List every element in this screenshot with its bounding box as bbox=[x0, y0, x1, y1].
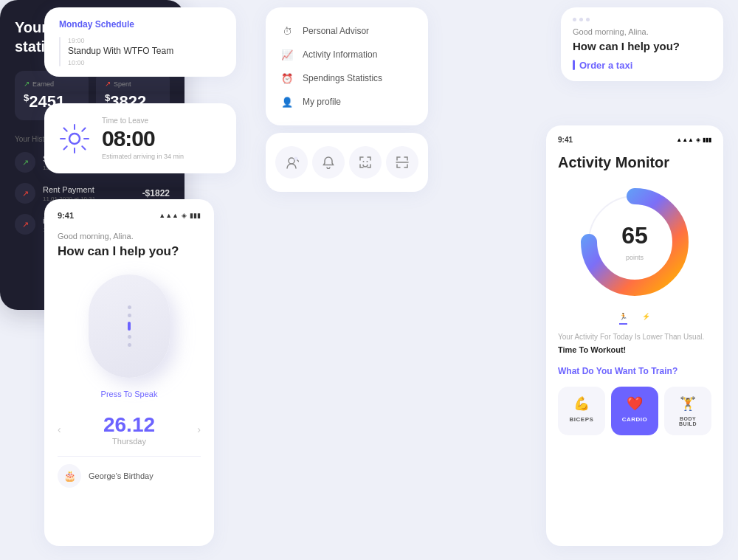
time-leave-label: Time to Leave bbox=[102, 117, 184, 125]
points-value: 65 bbox=[621, 222, 648, 249]
menu-card: ⏱ Personal Advisor 📈 Activity Informatio… bbox=[266, 7, 428, 125]
activity-tabs: 🏃 ⚡ bbox=[558, 313, 711, 325]
menu-label-advisor: Personal Advisor bbox=[303, 26, 369, 36]
status-icons: ▲▲▲ ◈ ▮▮▮ bbox=[159, 212, 201, 219]
oval-dot-1 bbox=[128, 305, 131, 309]
svg-point-8 bbox=[69, 134, 80, 144]
phone-status-bar: 9:41 ▲▲▲ ◈ ▮▮▮ bbox=[58, 211, 201, 220]
date-value: 26.12 bbox=[103, 413, 155, 437]
biceps-icon: 💪 bbox=[573, 395, 590, 412]
sun-icon bbox=[59, 123, 90, 154]
birthday-row: 🎂 George's Birthday bbox=[58, 456, 201, 488]
train-section-title: What Do You Want To Train? bbox=[558, 366, 711, 376]
birthday-text: George's Birthday bbox=[89, 471, 154, 480]
workout-body[interactable]: 🏋️ BODYBUILD bbox=[664, 387, 711, 435]
history-icon-3: ↗ bbox=[15, 214, 35, 235]
svg-line-6 bbox=[82, 128, 85, 131]
activity-title: Activity Monitor bbox=[558, 154, 711, 171]
oval-accent bbox=[128, 322, 131, 331]
body-icon: 🏋️ bbox=[680, 395, 696, 412]
svg-line-11 bbox=[297, 160, 299, 162]
activity-time: 9:41 bbox=[558, 136, 573, 144]
tab-running[interactable]: 🏃 bbox=[619, 313, 627, 325]
voice-oval[interactable] bbox=[89, 274, 170, 378]
activity-icon: 📈 bbox=[280, 48, 294, 61]
history-name-2: Rent Payment bbox=[43, 185, 135, 194]
birthday-icon: 🎂 bbox=[58, 464, 81, 488]
battery-icon-activity: ▮▮▮ bbox=[703, 136, 711, 143]
donut-center: 65 points bbox=[621, 222, 648, 263]
bubble-dots bbox=[573, 18, 711, 21]
spendings-icon: ⏰ bbox=[280, 72, 294, 85]
bell-icon[interactable] bbox=[312, 146, 345, 179]
history-icon-1: ↗ bbox=[15, 152, 35, 173]
tab-lightning[interactable]: ⚡ bbox=[642, 313, 650, 325]
wifi-icon: ◈ bbox=[182, 212, 187, 219]
menu-item-activity[interactable]: 📈 Activity Information bbox=[280, 43, 413, 66]
cardio-label: CARDIO bbox=[622, 416, 648, 423]
advisor-icon: ⏱ bbox=[280, 24, 294, 38]
workout-cardio[interactable]: ❤️ CARDIO bbox=[611, 387, 658, 435]
phone-left-card: 9:41 ▲▲▲ ◈ ▮▮▮ Good morning, Alina. How … bbox=[44, 199, 214, 546]
signal-bars-icon: ▲▲▲ bbox=[676, 136, 694, 143]
svg-line-4 bbox=[64, 128, 67, 131]
workout-biceps[interactable]: 💪 BICEPS bbox=[558, 387, 605, 435]
body-label: BODYBUILD bbox=[679, 416, 697, 426]
earned-arrow-icon: ↗ bbox=[24, 80, 30, 88]
time-label-2: 10:00 bbox=[68, 59, 173, 66]
date-display: 26.12 Thursday bbox=[103, 413, 155, 446]
person-search-icon[interactable] bbox=[275, 146, 308, 179]
biceps-label: BICEPS bbox=[570, 416, 594, 423]
taxi-bar-icon bbox=[573, 60, 575, 70]
meeting-title: Standup With WTFO Team bbox=[68, 46, 173, 56]
phone-greeting: Good morning, Alina. bbox=[58, 232, 201, 241]
activity-desc: Your Activity For Today Is Lower Than Us… bbox=[558, 332, 711, 342]
oval-dot-4 bbox=[128, 343, 131, 347]
profile-icon: 👤 bbox=[280, 95, 294, 108]
press-speak-label[interactable]: Press To Speak bbox=[58, 390, 201, 398]
workout-grid: 💪 BICEPS ❤️ CARDIO 🏋️ BODYBUILD bbox=[558, 387, 711, 435]
bubble-dot-2 bbox=[579, 18, 583, 21]
voice-oval-container bbox=[58, 274, 201, 378]
eta-text: Estimated arriving in 34 min bbox=[102, 153, 184, 160]
bubble-dot-3 bbox=[586, 18, 590, 21]
question-top: How can I help you? bbox=[573, 39, 711, 54]
activity-status-icons: ▲▲▲ ◈ ▮▮▮ bbox=[676, 136, 711, 143]
menu-label-profile: My profile bbox=[303, 97, 341, 107]
monday-schedule-card: Monday Schedule 19:00 Standup With WTFO … bbox=[44, 7, 236, 77]
time-to-leave-card: Time to Leave 08:00 Estimated arriving i… bbox=[44, 103, 236, 173]
menu-item-advisor[interactable]: ⏱ Personal Advisor bbox=[280, 19, 413, 43]
taxi-label: Order a taxi bbox=[579, 60, 632, 71]
battery-icon: ▮▮▮ bbox=[190, 212, 201, 219]
points-label: points bbox=[626, 254, 644, 261]
order-taxi-button[interactable]: Order a taxi bbox=[573, 60, 711, 71]
time-bar bbox=[59, 37, 61, 66]
hello-top-card: Good morning, Alina. How can I help you?… bbox=[561, 7, 723, 81]
activity-card: 9:41 ▲▲▲ ◈ ▮▮▮ Activity Monitor bbox=[546, 125, 723, 546]
spent-label: ↗ Spent bbox=[105, 80, 161, 88]
svg-point-13 bbox=[367, 161, 368, 162]
svg-line-7 bbox=[64, 146, 67, 149]
spent-arrow-icon: ↗ bbox=[105, 80, 111, 88]
bubble-dot-1 bbox=[573, 18, 576, 21]
date-day: Thursday bbox=[103, 437, 155, 446]
phone-question: How can I help you? bbox=[58, 243, 201, 260]
departure-time: 08:00 bbox=[102, 126, 184, 151]
donut-chart: 65 points bbox=[558, 183, 711, 301]
time-label-1: 19:00 bbox=[68, 37, 173, 44]
menu-item-profile[interactable]: 👤 My profile bbox=[280, 90, 413, 114]
next-date-button[interactable]: › bbox=[197, 424, 201, 435]
cardio-icon: ❤️ bbox=[627, 395, 643, 412]
svg-point-12 bbox=[363, 161, 365, 162]
activity-cta: Time To Workout! bbox=[558, 345, 711, 354]
activity-status-bar: 9:41 ▲▲▲ ◈ ▮▮▮ bbox=[558, 136, 711, 144]
prev-date-button[interactable]: ‹ bbox=[58, 424, 61, 435]
menu-item-spendings[interactable]: ⏰ Spendings Statistics bbox=[280, 66, 413, 90]
wifi-icon-activity: ◈ bbox=[696, 136, 700, 143]
history-amount-2: -$1822 bbox=[142, 188, 170, 198]
face-id-icon[interactable] bbox=[349, 146, 382, 179]
time-info: Time to Leave 08:00 Estimated arriving i… bbox=[102, 117, 184, 160]
oval-dot-2 bbox=[128, 314, 131, 317]
scan-icon[interactable] bbox=[386, 146, 418, 179]
earned-label: ↗ Earned bbox=[24, 80, 80, 88]
